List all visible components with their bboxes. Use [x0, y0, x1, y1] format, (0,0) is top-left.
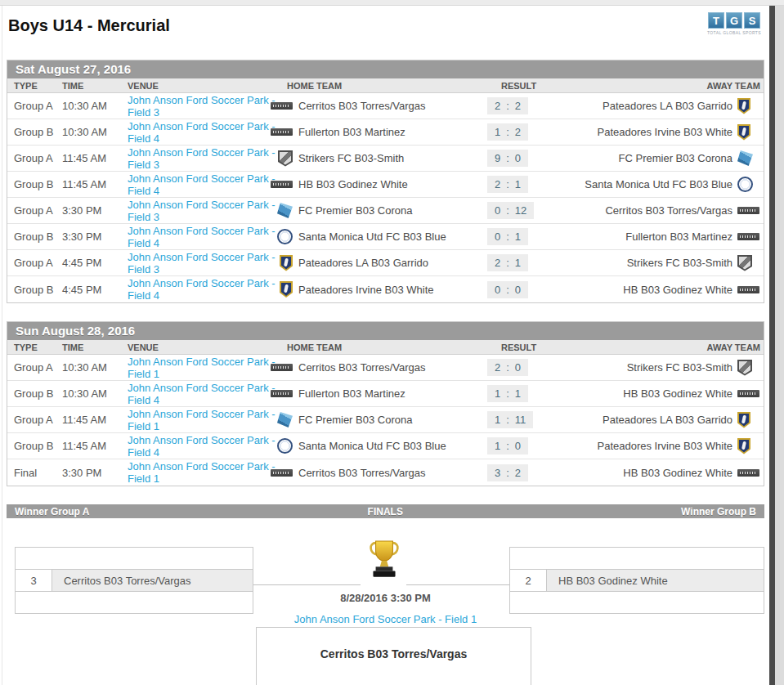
match-row: Final 3:30 PM John Anson Ford Soccer Par… [7, 459, 764, 486]
venue-line1: John Anson Ford Soccer Park - [128, 225, 263, 237]
final-venue-link[interactable]: John Anson Ford Soccer Park - Field 1 [294, 613, 477, 625]
venue-line2: Field 4 [128, 132, 263, 145]
venue-link[interactable]: John Anson Ford Soccer Park -Field 3 [128, 146, 263, 171]
home-score: 1 [495, 126, 500, 138]
away-team-name: Pateadores LA B03 Garrido [603, 100, 732, 112]
bracket-empty-cell [16, 548, 253, 569]
tgs-tagline: TOTAL GLOBAL SPORTS [706, 30, 762, 35]
result-cell: 1:2 [477, 123, 573, 141]
result-cell: 2:2 [477, 97, 573, 114]
match-row: Group B 10:30 AM John Anson Ford Soccer … [7, 119, 764, 146]
date-band: Sat August 27, 2016 [7, 60, 764, 78]
venue-link[interactable]: John Anson Ford Soccer Park -Field 3 [128, 94, 263, 119]
venue-link[interactable]: John Anson Ford Soccer Park -Field 1 [128, 460, 263, 485]
home-score: 0 [495, 231, 500, 243]
home-logo-slot [267, 203, 293, 218]
home-team-name: Fullerton B03 Martinez [298, 126, 405, 138]
away-team-logo-icon [737, 412, 750, 428]
venue-link[interactable]: John Anson Ford Soccer Park -Field 4 [128, 120, 263, 145]
away-team-name: Fullerton B03 Martinez [625, 231, 732, 243]
match-time: 10:30 AM [60, 100, 119, 112]
home-team-cell: Cerritos B03 Torres/Vargas [267, 361, 477, 374]
match-venue-cell: John Anson Ford Soccer Park -Field 4 [119, 382, 267, 406]
away-team-logo-icon [737, 177, 753, 192]
away-logo-slot [737, 360, 762, 376]
home-team-logo-icon [277, 229, 293, 244]
away-score: 1 [515, 231, 521, 243]
home-logo-slot [267, 364, 293, 371]
venue-line2: Field 3 [128, 211, 263, 223]
away-score: 11 [515, 414, 526, 426]
venue-link[interactable]: John Anson Ford Soccer Park -Field 4 [128, 225, 263, 249]
match-row: Group A 10:30 AM John Anson Ford Soccer … [7, 355, 764, 381]
venue-link[interactable]: John Anson Ford Soccer Park -Field 4 [128, 172, 263, 197]
finals-label: FINALS [89, 506, 681, 517]
champion-box: Cerritos B03 Torres/Vargas [256, 627, 531, 685]
column-header-home-team: HOME TEAM [267, 81, 477, 91]
venue-link[interactable]: John Anson Ford Soccer Park -Field 1 [128, 356, 263, 380]
final-venue-wrap: John Anson Ford Soccer Park - Field 1 [7, 611, 764, 626]
result-cell: 2:0 [477, 359, 573, 376]
away-team-cell: Pateadores LA B03 Garrido [573, 98, 764, 114]
away-logo-slot [737, 233, 762, 240]
home-team-name: Pateadores Irvine B03 White [298, 284, 433, 296]
venue-link[interactable]: John Anson Ford Soccer Park -Field 3 [128, 199, 263, 223]
home-team-name: HB B03 Godinez White [298, 178, 408, 190]
scrollbar-rail [775, 6, 784, 685]
home-score: 0 [495, 284, 500, 296]
venue-line1: John Anson Ford Soccer Park - [128, 460, 263, 472]
tgs-logo[interactable]: T G S TOTAL GLOBAL SPORTS [706, 12, 762, 35]
venue-line2: Field 4 [128, 185, 263, 197]
away-logo-slot [737, 177, 762, 192]
home-team-logo-icon [271, 469, 293, 477]
venue-line2: Field 3 [128, 263, 263, 275]
match-venue-cell: John Anson Ford Soccer Park -Field 4 [119, 434, 267, 459]
match-type: Group A [7, 152, 60, 164]
home-team-cell: FC Premier B03 Corona [267, 412, 477, 428]
away-team-name: Strikers FC B03-Smith [627, 361, 732, 374]
tgs-letter-s: S [744, 12, 760, 29]
match-venue-cell: John Anson Ford Soccer Park -Field 4 [119, 225, 267, 249]
match-type: Group A [7, 100, 60, 112]
bracket-left-team: Cerritos B03 Torres/Vargas [52, 570, 253, 591]
away-team-logo-icon [737, 207, 759, 214]
date-band: Sun August 28, 2016 [7, 322, 764, 340]
home-team-cell: Cerritos B03 Torres/Vargas [267, 467, 477, 479]
result-box: 2:2 [487, 97, 528, 114]
venue-link[interactable]: John Anson Ford Soccer Park -Field 4 [128, 434, 263, 459]
home-team-logo-icon [271, 181, 293, 188]
column-header-type: TYPE [7, 342, 60, 352]
score-separator: : [506, 467, 509, 479]
page-top-strip [0, 0, 784, 6]
venue-link[interactable]: John Anson Ford Soccer Park -Field 4 [128, 382, 263, 406]
venue-link[interactable]: John Anson Ford Soccer Park -Field 1 [128, 408, 263, 432]
match-time: 11:45 AM [60, 178, 119, 190]
away-team-cell: Fullerton B03 Martinez [573, 231, 764, 243]
result-box: 2:1 [487, 254, 528, 271]
bracket-connector-left [253, 584, 361, 585]
home-team-cell: HB B03 Godinez White [267, 178, 477, 190]
away-team-logo-icon [737, 233, 759, 240]
match-type: Group A [7, 361, 60, 374]
away-team-cell: Strikers FC B03-Smith [573, 255, 764, 271]
venue-link[interactable]: John Anson Ford Soccer Park -Field 3 [128, 251, 263, 275]
away-team-logo-icon [737, 150, 753, 166]
venue-line2: Field 4 [128, 237, 263, 249]
home-team-name: Strikers FC B03-Smith [298, 152, 404, 164]
away-team-logo-icon [737, 469, 759, 477]
away-team-name: HB B03 Godinez White [623, 467, 732, 479]
away-score: 0 [515, 440, 521, 452]
score-separator: : [506, 178, 509, 190]
away-score: 0 [515, 361, 521, 374]
venue-link[interactable]: John Anson Ford Soccer Park -Field 4 [128, 277, 263, 302]
match-venue-cell: John Anson Ford Soccer Park -Field 3 [119, 251, 267, 275]
bracket-empty-cell [510, 548, 764, 569]
bracket-right-score: 2 [510, 570, 547, 591]
match-venue-cell: John Anson Ford Soccer Park -Field 4 [119, 277, 267, 302]
column-header-result: RESULT [477, 81, 573, 91]
match-venue-cell: John Anson Ford Soccer Park -Field 3 [119, 94, 267, 119]
away-team-cell: Santa Monica Utd FC B03 Blue [573, 177, 764, 192]
home-score: 2 [495, 100, 500, 112]
away-logo-slot [737, 207, 762, 214]
result-cell: 2:1 [477, 254, 573, 271]
